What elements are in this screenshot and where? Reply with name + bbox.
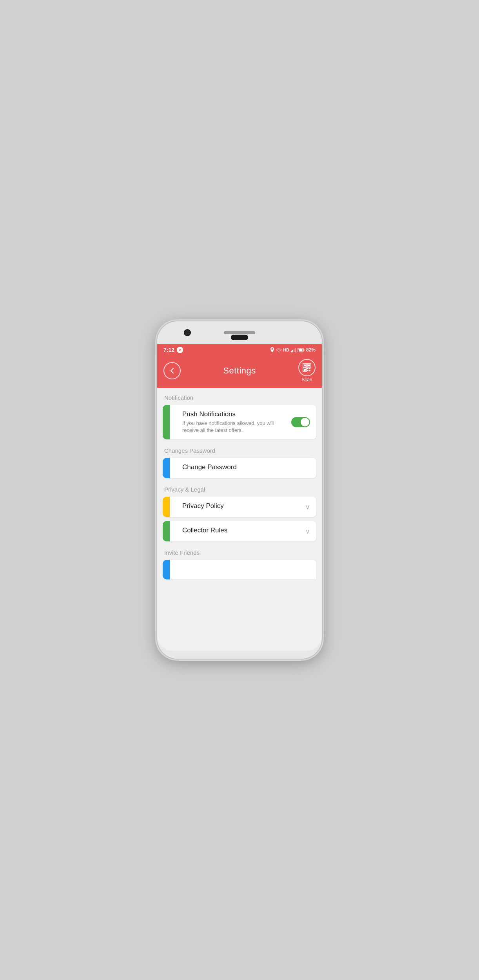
- battery-percentage: 82%: [306, 347, 316, 353]
- invite-friends-card[interactable]: [163, 560, 316, 579]
- scan-button[interactable]: Scan: [298, 359, 316, 383]
- phone-screen: 7:12 P HD: [157, 344, 322, 651]
- status-time: 7:12: [163, 347, 174, 353]
- push-notifications-desc: If you have notifications allowed, you w…: [182, 420, 291, 434]
- privacy-policy-row: Privacy Policy ∨: [182, 502, 310, 512]
- invite-friends-inner: [163, 560, 316, 579]
- signal-icon: [291, 348, 296, 352]
- privacy-policy-title: Privacy Policy: [182, 502, 224, 510]
- wifi-icon: [276, 348, 281, 352]
- privacy-legal-section-title: Privacy & Legal: [164, 486, 316, 493]
- collector-rules-title: Collector Rules: [182, 526, 227, 534]
- svg-rect-3: [295, 348, 296, 352]
- svg-rect-5: [303, 349, 304, 351]
- push-notifications-text: Push Notifications If you have notificat…: [182, 410, 291, 434]
- privacy-policy-chevron: ∨: [305, 503, 310, 511]
- change-password-title: Change Password: [182, 463, 310, 471]
- svg-rect-11: [308, 364, 310, 366]
- push-notifications-card: Push Notifications If you have notificat…: [163, 405, 316, 439]
- push-notifications-row: Push Notifications If you have notificat…: [182, 410, 310, 434]
- settings-content: Notification Push Notifications If you h…: [157, 388, 322, 651]
- svg-rect-1: [292, 350, 293, 352]
- collector-rules-row: Collector Rules ∨: [182, 526, 310, 536]
- battery-icon: ▌: [298, 348, 305, 352]
- push-notifications-inner: Push Notifications If you have notificat…: [163, 405, 316, 439]
- phone-frame: 7:12 P HD: [157, 321, 322, 659]
- status-right: HD ▌ 82%: [270, 347, 316, 353]
- qr-code-icon: [302, 363, 312, 372]
- change-password-card[interactable]: Change Password: [163, 458, 316, 478]
- back-button[interactable]: [163, 362, 181, 379]
- camera: [184, 329, 191, 336]
- notification-section: Notification Push Notifications If you h…: [163, 394, 316, 439]
- front-sensor: [231, 335, 248, 340]
- svg-rect-15: [309, 368, 310, 369]
- collector-rules-chevron: ∨: [305, 528, 310, 535]
- phone-bottom-hardware: [157, 651, 322, 659]
- invite-friends-section: Invite Friends: [163, 549, 316, 579]
- notification-section-title: Notification: [164, 394, 316, 401]
- svg-rect-13: [304, 369, 306, 371]
- page-title: Settings: [223, 366, 256, 376]
- push-notifications-toggle[interactable]: [291, 417, 310, 427]
- svg-rect-9: [304, 364, 306, 366]
- svg-rect-2: [294, 349, 295, 352]
- svg-rect-16: [307, 370, 308, 371]
- parking-icon: P: [177, 347, 183, 353]
- svg-rect-17: [309, 370, 310, 371]
- collector-rules-inner: Collector Rules ∨: [163, 521, 316, 541]
- changes-password-section-title: Changes Password: [164, 447, 316, 454]
- change-password-inner: Change Password: [163, 458, 316, 478]
- location-icon: [270, 347, 274, 353]
- phone-top-hardware: [157, 321, 322, 344]
- invite-friends-section-title: Invite Friends: [164, 549, 316, 556]
- changes-password-section: Changes Password Change Password: [163, 447, 316, 478]
- status-bar: 7:12 P HD: [157, 344, 322, 355]
- privacy-policy-inner: Privacy Policy ∨: [163, 497, 316, 517]
- svg-text:▌: ▌: [298, 349, 300, 352]
- privacy-policy-card[interactable]: Privacy Policy ∨: [163, 497, 316, 517]
- push-notifications-title: Push Notifications: [182, 410, 291, 418]
- privacy-legal-section: Privacy & Legal Privacy Policy ∨ Co: [163, 486, 316, 541]
- toggle-knob: [301, 418, 309, 426]
- qr-icon: [298, 359, 316, 376]
- svg-rect-0: [291, 351, 292, 352]
- scan-label: Scan: [301, 377, 312, 383]
- svg-rect-14: [307, 368, 308, 369]
- app-bar: Settings: [157, 355, 322, 388]
- speaker: [224, 331, 255, 334]
- hd-badge: HD: [283, 348, 289, 352]
- collector-rules-card[interactable]: Collector Rules ∨: [163, 521, 316, 541]
- status-left: 7:12 P: [163, 347, 183, 353]
